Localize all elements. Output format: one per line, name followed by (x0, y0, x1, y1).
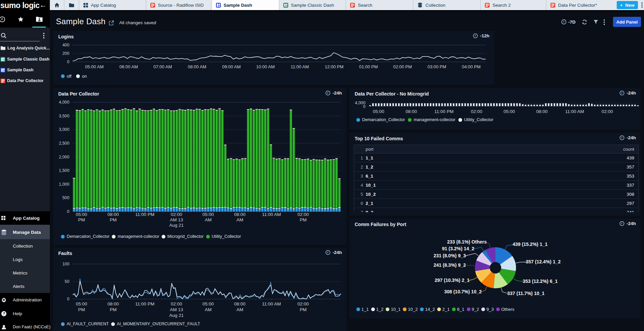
svg-text:PM: PM (300, 217, 307, 222)
svg-text:05:00: 05:00 (76, 212, 87, 217)
svg-text:3,500: 3,500 (59, 114, 69, 118)
svg-text:PM: PM (300, 307, 307, 312)
svg-text:PM: PM (110, 307, 117, 312)
svg-text:02:00: 02:00 (471, 109, 482, 114)
svg-text:11:00 PM: 11:00 PM (135, 301, 155, 306)
svg-text:05:00: 05:00 (373, 109, 384, 114)
svg-text:05:00: 05:00 (202, 301, 214, 306)
svg-text:337 (11.7%) 10_1: 337 (11.7%) 10_1 (507, 291, 545, 296)
svg-text:AM 13: AM 13 (170, 217, 183, 222)
svg-text:01:00 PM: 01:00 PM (359, 64, 378, 69)
svg-text:Aug 21: Aug 21 (169, 223, 184, 228)
svg-text:297 (10.3%) 2_1: 297 (10.3%) 2_1 (434, 278, 470, 283)
svg-text:PM: PM (78, 217, 85, 222)
svg-text:08:00 AM: 08:00 AM (188, 64, 206, 69)
svg-text:PM: PM (110, 217, 117, 222)
svg-text:08:00: 08:00 (406, 109, 417, 114)
svg-text:308 (10.7%) 10_2: 308 (10.7%) 10_2 (444, 289, 482, 294)
svg-text:AM: AM (205, 307, 212, 312)
svg-text:91 (3.2%) 14_2: 91 (3.2%) 14_2 (442, 246, 474, 251)
svg-text:AM: AM (205, 217, 212, 222)
svg-text:02:00: 02:00 (171, 301, 182, 306)
svg-text:06:00 AM: 06:00 AM (120, 64, 138, 69)
svg-text:08:00: 08:00 (536, 109, 548, 114)
svg-text:04:00 PM: 04:00 PM (462, 64, 481, 69)
svg-text:1,500: 1,500 (59, 168, 69, 173)
svg-text:2,500: 2,500 (59, 141, 69, 146)
svg-text:400: 400 (62, 43, 69, 47)
svg-text:4,000: 4,000 (59, 100, 69, 105)
svg-text:AM: AM (236, 307, 243, 312)
svg-text:08:00: 08:00 (234, 212, 246, 217)
svg-text:241 (8.3%) 9_2: 241 (8.3%) 9_2 (433, 262, 466, 268)
svg-text:02:00: 02:00 (297, 212, 309, 217)
svg-text:439 (15.2%) 1_1: 439 (15.2%) 1_1 (513, 242, 548, 247)
svg-text:07:00 AM: 07:00 AM (154, 64, 172, 69)
svg-text:05:00: 05:00 (504, 109, 515, 114)
svg-text:10:00 AM: 10:00 AM (256, 64, 275, 69)
svg-text:200: 200 (62, 51, 69, 56)
svg-text:233 (8.1%) Others: 233 (8.1%) Others (447, 239, 487, 245)
svg-text:11:00 PM: 11:00 PM (135, 212, 155, 217)
svg-text:08:00: 08:00 (107, 301, 119, 306)
svg-text:03:00 PM: 03:00 PM (427, 64, 446, 69)
svg-text:02:00: 02:00 (171, 212, 182, 217)
svg-text:?: ? (3, 311, 5, 316)
svg-text:11:00 AM: 11:00 AM (291, 64, 309, 69)
svg-text:11:00 AM: 11:00 AM (262, 301, 281, 306)
svg-text:100: 100 (62, 262, 69, 266)
svg-text:08:00: 08:00 (234, 301, 246, 306)
svg-text:231 (8.0%) 9_3: 231 (8.0%) 9_3 (433, 253, 466, 258)
svg-text:500: 500 (62, 195, 69, 200)
svg-text:11:00 AM: 11:00 AM (565, 109, 584, 114)
svg-text:PM: PM (78, 307, 85, 312)
svg-text:0: 0 (67, 209, 69, 214)
svg-text:05:00 AM: 05:00 AM (85, 64, 104, 69)
svg-text:11:00 PM: 11:00 PM (434, 109, 454, 114)
svg-text:AM: AM (236, 217, 243, 222)
svg-text:AM 13: AM 13 (170, 307, 183, 312)
svg-text:2,000: 2,000 (59, 155, 69, 159)
svg-text:50: 50 (65, 279, 69, 284)
svg-text:0: 0 (67, 297, 69, 301)
svg-text:02:00: 02:00 (297, 301, 309, 306)
svg-text:02:00: 02:00 (602, 109, 613, 114)
svg-text:11:00 AM: 11:00 AM (262, 212, 281, 217)
svg-text:05:00: 05:00 (76, 301, 87, 306)
svg-text:0: 0 (67, 60, 69, 64)
svg-text:0: 0 (363, 104, 365, 109)
svg-text:08:00: 08:00 (107, 212, 119, 217)
svg-text:353 (12.2%) 6_1: 353 (12.2%) 6_1 (523, 279, 558, 284)
svg-text:Aug 21: Aug 21 (169, 313, 184, 318)
svg-text:12:00 PM: 12:00 PM (325, 64, 344, 69)
svg-text:1,000: 1,000 (59, 182, 69, 187)
svg-text:357 (12.4%) 1_2: 357 (12.4%) 1_2 (526, 259, 561, 264)
svg-text:02:00 PM: 02:00 PM (393, 64, 412, 69)
svg-text:3,000: 3,000 (59, 127, 69, 132)
svg-text:09:00 AM: 09:00 AM (222, 64, 241, 69)
svg-text:05:00: 05:00 (202, 212, 214, 217)
